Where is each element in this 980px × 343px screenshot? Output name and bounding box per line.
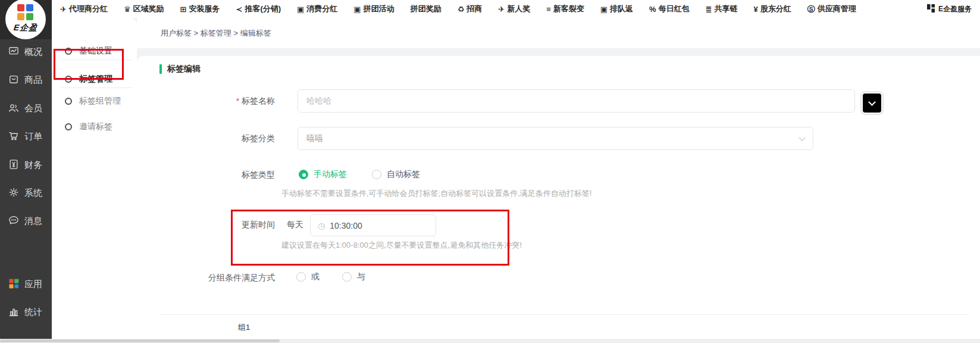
recycle-icon: ♻ bbox=[458, 5, 465, 13]
share-icon: ≺ bbox=[236, 5, 242, 13]
breadcrumb-bar: 用户标签 > 标签管理 > 编辑标签 bbox=[137, 18, 980, 48]
sidebar-item-system[interactable]: 系统 bbox=[8, 186, 42, 200]
top-menu-bar: ✈代理商分红 ♛区域奖励 ⊞安装服务 ≺推客(分销) ▣消费分红 ▣拼团活动 拼… bbox=[52, 0, 980, 18]
breadcrumb[interactable]: 用户标签 > 标签管理 > 编辑标签 bbox=[161, 18, 271, 48]
section-title-text: 标签编辑 bbox=[167, 64, 201, 74]
tag-category-value: 嘻嘻 bbox=[306, 133, 323, 144]
update-time-prefix: 每天 bbox=[287, 220, 303, 230]
tag-name-dropdown-button[interactable] bbox=[863, 93, 881, 113]
sidebar-item-apps[interactable]: 应用 bbox=[8, 277, 42, 291]
tag-name-label: *标签名称 bbox=[137, 96, 275, 107]
image-icon: ▣ bbox=[353, 5, 361, 13]
group-condition-label: 分组条件满足方式 bbox=[137, 273, 275, 283]
tag-category-label: 标签分类 bbox=[137, 133, 275, 144]
list-icon: ≣ bbox=[706, 5, 712, 13]
sidebar-item-members[interactable]: 会员 bbox=[8, 102, 42, 116]
topmenu-item-daily-redpacket[interactable]: %每日红包 bbox=[649, 4, 690, 14]
section-title: 标签编辑 bbox=[159, 64, 201, 74]
topmenu-item-install-service[interactable]: ⊞安装服务 bbox=[180, 4, 220, 14]
group-1-title: 组1 bbox=[238, 322, 250, 333]
chevron-down-icon bbox=[868, 98, 876, 106]
finance-icon bbox=[8, 158, 20, 172]
radio-and-label[interactable]: 与 bbox=[357, 272, 365, 282]
yen-icon: ¥ bbox=[754, 5, 758, 13]
topmenu-item-distribution[interactable]: ≺推客(分销) bbox=[236, 4, 281, 14]
circle-icon bbox=[65, 76, 72, 83]
radio-auto-tag-label[interactable]: 自动标签 bbox=[387, 169, 420, 180]
horizontal-scrollbar[interactable] bbox=[0, 339, 980, 343]
topmenu-item-agent-dividend[interactable]: ✈代理商分红 bbox=[60, 4, 108, 14]
tag-edit-panel: 标签编辑 *标签名称 标签分类 嘻嘻 标签类型 手动标签 自动标签 手动标签不需… bbox=[137, 56, 980, 343]
agent-plane-icon: ✈ bbox=[60, 5, 67, 13]
image-icon: ▣ bbox=[297, 5, 304, 13]
topmenu-item-investment[interactable]: ♻招商 bbox=[458, 4, 483, 14]
chevron-down-icon bbox=[799, 134, 805, 141]
topmenu-item-supplier-management[interactable]: Ⓢ供应商管理 bbox=[807, 4, 856, 14]
radio-or[interactable] bbox=[296, 272, 306, 282]
link-icon: % bbox=[649, 5, 656, 13]
overview-icon bbox=[8, 45, 20, 59]
group-condition-radio-group: 或 与 bbox=[296, 272, 365, 282]
sidebar-item-goods[interactable]: 商品 bbox=[8, 73, 42, 87]
required-mark: * bbox=[236, 96, 239, 105]
secondary-sidebar: 基础设置 标签管理 标签组管理 邀请标签 bbox=[52, 18, 137, 343]
blocks-icon bbox=[927, 4, 935, 14]
topmenu-item-eqy-service[interactable]: E企盈服务 bbox=[927, 4, 972, 14]
update-time-help-text: 建议设置在每天1:00-8:00之间,尽量不要设置整点,避免和其他任务冲突! bbox=[281, 240, 522, 251]
topmenu-item-group-activity[interactable]: ▣拼团活动 bbox=[353, 4, 394, 14]
apps-icon bbox=[8, 277, 20, 291]
topmenu-item-share-chain[interactable]: ≣共享链 bbox=[706, 4, 738, 14]
image-icon: ▣ bbox=[600, 5, 608, 13]
update-time-input[interactable]: ◷ 10:30:00 bbox=[310, 214, 436, 236]
topmenu-item-group-reward[interactable]: 拼团奖励 bbox=[411, 4, 442, 14]
lines-icon: ≡ bbox=[546, 5, 551, 13]
update-time-value: 10:30:00 bbox=[330, 221, 362, 230]
clock-icon: ◷ bbox=[318, 222, 325, 230]
circle-icon bbox=[65, 98, 72, 105]
submenu-item-tag-group-management[interactable]: 标签组管理 bbox=[65, 96, 121, 107]
sidebar-item-overview[interactable]: 概况 bbox=[8, 45, 42, 59]
sidebar-item-orders[interactable]: 订单 bbox=[8, 130, 42, 144]
radio-or-label[interactable]: 或 bbox=[311, 272, 320, 282]
topmenu-item-new-customer[interactable]: ≡新客裂变 bbox=[546, 4, 584, 14]
goods-icon bbox=[8, 73, 20, 87]
stats-icon bbox=[8, 305, 20, 319]
submenu-item-invite-tag[interactable]: 邀请标签 bbox=[65, 121, 112, 132]
topmenu-item-newbie-award[interactable]: ✈新人奖 bbox=[498, 4, 530, 14]
submenu-item-tag-management[interactable]: 标签管理 bbox=[65, 74, 112, 85]
circle-icon bbox=[65, 48, 72, 55]
accent-bar bbox=[159, 64, 162, 74]
radio-and[interactable] bbox=[342, 272, 352, 282]
sidebar-item-messages[interactable]: 消息 bbox=[8, 214, 42, 228]
grid-icon: ⊞ bbox=[180, 5, 187, 13]
agent-plane-icon: ✈ bbox=[498, 5, 505, 13]
sidebar-item-finance[interactable]: 财务 bbox=[8, 158, 42, 172]
message-icon bbox=[8, 214, 20, 228]
primary-sidebar: E企盈 概况 商品 会员 订单 财务 系统 消息 应用 统计 bbox=[0, 0, 52, 339]
radio-manual-tag[interactable] bbox=[299, 170, 308, 179]
divider bbox=[159, 314, 969, 315]
tag-name-input[interactable] bbox=[298, 89, 855, 113]
tag-type-help-text: 手动标签不需要设置条件,可手动给会员打标签;自动标签可以设置条件,满足条件自动打… bbox=[281, 188, 591, 199]
tag-type-label: 标签类型 bbox=[137, 170, 275, 180]
topmenu-item-shareholder-dividend[interactable]: ¥股东分红 bbox=[754, 4, 791, 14]
scrollbar-thumb[interactable] bbox=[0, 339, 280, 342]
tag-type-radio-group: 手动标签 自动标签 bbox=[299, 169, 420, 180]
members-icon bbox=[8, 102, 20, 116]
trophy-icon: ♛ bbox=[124, 5, 131, 13]
radio-auto-tag[interactable] bbox=[372, 170, 381, 179]
radio-manual-tag-label[interactable]: 手动标签 bbox=[314, 169, 347, 180]
brand-logo[interactable]: E企盈 bbox=[5, 0, 46, 39]
topmenu-item-queue-return[interactable]: ▣排队返 bbox=[600, 4, 633, 14]
sidebar-item-stats[interactable]: 统计 bbox=[8, 305, 42, 319]
update-time-label: 更新时间 bbox=[137, 220, 275, 230]
circle-icon bbox=[65, 123, 72, 130]
system-icon bbox=[8, 186, 20, 200]
topmenu-item-consume-dividend[interactable]: ▣消费分红 bbox=[297, 4, 337, 14]
orders-icon bbox=[8, 130, 20, 144]
tag-category-select[interactable]: 嘻嘻 bbox=[298, 127, 813, 150]
submenu-item-basic-settings[interactable]: 基础设置 bbox=[65, 46, 112, 57]
brand-logo-text: E企盈 bbox=[5, 23, 46, 33]
topmenu-item-region-reward[interactable]: ♛区域奖励 bbox=[124, 4, 164, 14]
divider bbox=[61, 60, 132, 60]
